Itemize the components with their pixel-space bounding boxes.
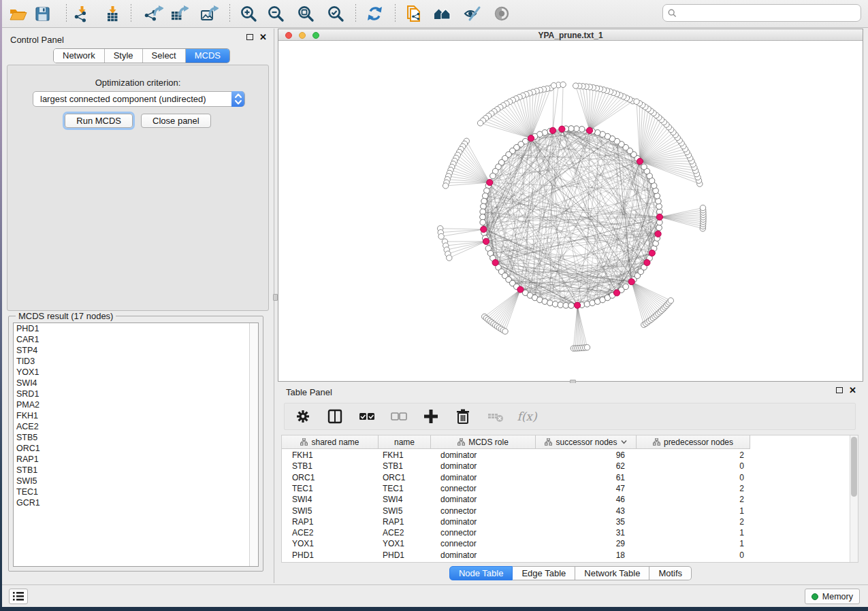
- table-cell[interactable]: TEC1: [379, 483, 431, 494]
- tab-motifs[interactable]: Motifs: [649, 566, 692, 580]
- table-cell[interactable]: TEC1: [282, 483, 379, 494]
- hide-selected-button[interactable]: [461, 3, 484, 24]
- table-cell[interactable]: STB1: [379, 461, 431, 472]
- column-header-successor-nodes[interactable]: successor nodes: [536, 435, 637, 449]
- table-cell[interactable]: 43: [536, 506, 637, 516]
- table-cell[interactable]: 29: [536, 538, 637, 549]
- export-table-button[interactable]: [167, 3, 191, 24]
- unselect-all-columns-button[interactable]: [390, 408, 408, 425]
- memory-button[interactable]: Memory: [805, 589, 860, 604]
- table-cell[interactable]: FKH1: [282, 450, 379, 461]
- column-header-shared-name[interactable]: shared name: [282, 435, 379, 449]
- network-canvas[interactable]: [278, 41, 863, 381]
- table-cell[interactable]: PHD1: [282, 550, 379, 561]
- result-node-item[interactable]: PMA2: [14, 399, 258, 410]
- result-list-scrollbar[interactable]: [249, 323, 258, 566]
- table-cell[interactable]: 2: [637, 494, 750, 505]
- table-cell[interactable]: 31: [536, 527, 637, 538]
- table-cell[interactable]: SWI5: [379, 506, 431, 516]
- table-cell[interactable]: 1: [637, 506, 750, 516]
- table-cell[interactable]: 96: [536, 450, 637, 461]
- tab-network-table[interactable]: Network Table: [575, 566, 649, 580]
- table-cell[interactable]: 0: [637, 472, 750, 483]
- network-from-selection-button[interactable]: [401, 3, 424, 24]
- zoom-out-button[interactable]: [265, 3, 288, 24]
- table-cell[interactable]: 62: [536, 461, 637, 472]
- zoom-fit-content-button[interactable]: [295, 3, 318, 24]
- result-node-item[interactable]: YOX1: [14, 367, 258, 378]
- table-cell[interactable]: YOX1: [379, 538, 431, 549]
- table-cell[interactable]: connector: [431, 483, 536, 494]
- table-cell[interactable]: 35: [536, 516, 637, 527]
- zoom-in-button[interactable]: [238, 3, 261, 24]
- settings-gear-button[interactable]: [294, 408, 312, 425]
- table-cell[interactable]: SWI5: [282, 506, 379, 516]
- table-cell[interactable]: dominator: [431, 550, 536, 561]
- table-cell[interactable]: dominator: [431, 516, 536, 527]
- close-panel-icon[interactable]: ✕: [259, 34, 267, 40]
- delete-column-button[interactable]: [454, 408, 472, 425]
- result-node-item[interactable]: STB5: [14, 432, 258, 443]
- result-node-item[interactable]: GCR1: [14, 497, 258, 508]
- first-neighbors-button[interactable]: [431, 3, 454, 24]
- result-node-item[interactable]: ORC1: [14, 443, 258, 454]
- network-graph[interactable]: [278, 41, 863, 381]
- apply-layout-button[interactable]: [364, 3, 387, 24]
- table-cell[interactable]: ACE2: [379, 527, 431, 538]
- result-node-item[interactable]: SWI5: [14, 476, 258, 486]
- column-header-name[interactable]: name: [379, 435, 431, 449]
- add-column-button[interactable]: [422, 408, 440, 425]
- mcds-result-list[interactable]: PHD1CAR1STP4TID3YOX1SWI4SRD1PMA2FKH1ACE2…: [13, 323, 259, 567]
- tab-style[interactable]: Style: [105, 49, 143, 63]
- table-scrollbar[interactable]: [850, 435, 858, 562]
- table-cell[interactable]: dominator: [431, 450, 536, 461]
- import-table-button[interactable]: [101, 3, 125, 24]
- table-cell[interactable]: PHD1: [379, 550, 431, 561]
- show-column-layout-button[interactable]: [326, 408, 344, 425]
- table-cell[interactable]: 18: [536, 550, 637, 561]
- table-cell[interactable]: RAP1: [379, 516, 431, 527]
- result-node-item[interactable]: CAR1: [14, 334, 258, 345]
- result-node-item[interactable]: STP4: [14, 345, 258, 356]
- tab-network[interactable]: Network: [54, 49, 105, 63]
- table-cell[interactable]: ORC1: [282, 472, 379, 483]
- tab-edge-table[interactable]: Edge Table: [513, 566, 575, 580]
- table-cell[interactable]: 47: [536, 483, 637, 494]
- table-cell[interactable]: connector: [431, 506, 536, 516]
- table-scrollbar-thumb[interactable]: [851, 437, 857, 497]
- export-network-button[interactable]: [142, 3, 165, 24]
- table-cell[interactable]: FKH1: [379, 450, 431, 461]
- criterion-dropdown[interactable]: largest connected component (undirected): [33, 91, 245, 107]
- table-cell[interactable]: 1: [637, 527, 750, 538]
- result-node-item[interactable]: TID3: [14, 356, 258, 367]
- select-all-columns-button[interactable]: [358, 408, 376, 425]
- result-node-item[interactable]: PHD1: [14, 323, 258, 334]
- open-file-button[interactable]: [6, 3, 29, 24]
- table-cell[interactable]: STB1: [282, 461, 379, 472]
- table-cell[interactable]: SWI4: [282, 494, 379, 505]
- table-cell[interactable]: dominator: [431, 494, 536, 505]
- search-box[interactable]: [662, 4, 861, 22]
- show-graphics-details-button[interactable]: [491, 3, 514, 24]
- tab-node-table[interactable]: Node Table: [449, 566, 513, 580]
- table-cell[interactable]: 0: [637, 550, 750, 561]
- table-cell[interactable]: connector: [431, 538, 536, 549]
- table-cell[interactable]: 0: [637, 461, 750, 472]
- table-cell[interactable]: 61: [536, 472, 637, 483]
- tab-select[interactable]: Select: [143, 49, 186, 63]
- float-table-panel-icon[interactable]: [836, 387, 843, 393]
- table-cell[interactable]: 46: [536, 494, 637, 505]
- result-node-item[interactable]: SWI4: [14, 378, 258, 389]
- table-cell[interactable]: SWI4: [379, 494, 431, 505]
- float-panel-icon[interactable]: [246, 34, 253, 40]
- import-network-button[interactable]: [71, 3, 94, 24]
- result-node-item[interactable]: FKH1: [14, 410, 258, 421]
- run-mcds-button[interactable]: Run MCDS: [65, 114, 133, 128]
- result-node-item[interactable]: ACE2: [14, 421, 258, 432]
- result-node-item[interactable]: SRD1: [14, 389, 258, 399]
- table-cell[interactable]: ORC1: [379, 472, 431, 483]
- table-cell[interactable]: 2: [637, 483, 750, 494]
- table-cell[interactable]: YOX1: [282, 538, 379, 549]
- table-cell[interactable]: 2: [637, 516, 750, 527]
- table-cell[interactable]: ACE2: [282, 527, 379, 538]
